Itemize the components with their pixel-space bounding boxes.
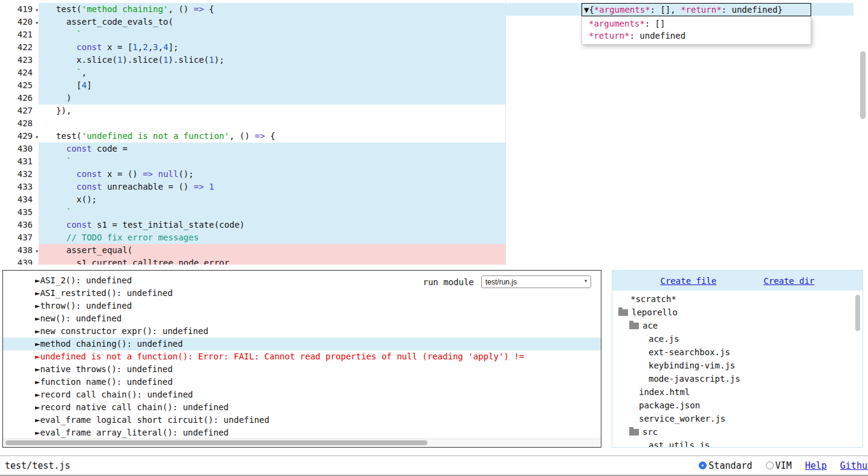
line-number: 430 [0,143,33,155]
tree-file-item[interactable]: ace.js [612,332,863,346]
create-file-button[interactable]: Create file [660,276,716,286]
code-line[interactable]: 423 x.slice(1).slice(1).slice(1); [0,54,868,66]
tree-folder-item[interactable]: ace [612,319,863,332]
tree-file-item[interactable]: package.json [612,399,863,412]
token: => [193,4,204,14]
token: 1 [209,182,214,191]
radio-vim[interactable] [766,462,774,469]
fold-marker-icon[interactable]: ▾ [33,4,40,16]
run-module-select[interactable]: test/run.js [481,275,591,288]
line-number: 437 [0,231,33,244]
token: test( [46,4,82,14]
test-result-item[interactable]: ►native throws(): undefined [3,363,601,376]
line-number: 426 [0,92,33,105]
results-horizontal-scrollbar-thumb[interactable] [5,440,427,445]
token: ▼{ [584,5,594,14]
code-line[interactable]: 431 ` [0,155,868,168]
results-horizontal-scrollbar[interactable] [3,439,601,447]
line-number: 421 [0,28,33,41]
token: code = [92,144,128,153]
code-line[interactable]: 430 const code = [0,143,868,155]
tree-file-item[interactable]: ast_utils.js [612,439,863,448]
code-line[interactable]: 428 [0,117,868,130]
tree-folder-item[interactable]: leporello [612,306,863,319]
file-name: src [643,425,658,439]
token: x(); [46,195,97,204]
test-result-item[interactable]: ►record native call chain(): undefined [3,401,601,414]
code-line[interactable]: 432 const x = () => null(); [0,168,868,181]
keybinding-option-standard[interactable]: Standard [699,460,752,471]
files-vertical-scrollbar[interactable] [855,292,861,447]
code-line[interactable]: 438▾ assert_equal( [0,244,868,257]
value-tooltip: ▼{*arguments*: [], *return*: undefined} … [581,3,811,45]
code-editor[interactable]: 419▾ test('method chaining', () => {420▾… [0,0,868,265]
code-line[interactable]: 434 x(); [0,193,868,206]
code-line[interactable]: 439 s1.current_calltree_node.error, [0,257,868,265]
test-result-item[interactable]: ►eval_frame logical short circuit(): und… [3,414,601,426]
tooltip-header[interactable]: ▼{*arguments*: [], *return*: undefined} [581,3,811,16]
token: 1 [209,55,214,65]
current-file-label: test/test.js [5,460,70,471]
test-results-panel: run module test/run.js ►ASI_2(): undefin… [2,270,601,448]
code-text: // TODO fix error messages [46,231,199,244]
code-text: assert_equal( [46,244,132,257]
line-number: 420 [0,16,33,28]
code-line[interactable]: 436 const s1 = test_initial_state(code) [0,219,868,231]
token: ]; [168,42,178,52]
token: , [82,68,86,77]
code-line[interactable]: 425 [4] [0,79,868,92]
code-line[interactable]: 435 ` [0,206,868,219]
line-number: 429 [0,130,33,143]
line-highlight [39,79,505,92]
code-line[interactable]: 429▾ test('undefined is not a function',… [0,130,868,143]
test-result-item[interactable]: ►ASI_restrited(): undefined [3,287,601,300]
tooltip-entry[interactable]: *arguments*: [] [589,18,804,30]
code-line[interactable]: 437 // TODO fix error messages [0,231,868,244]
file-name: service_worker.js [639,412,725,425]
test-result-item[interactable]: ►record call chain(): undefined [3,388,601,401]
tree-file-item[interactable]: keybinding-vim.js [612,359,863,372]
line-number: 427 [0,105,33,117]
test-result-item[interactable]: ►eval_frame array_literal(): undefined [3,426,601,439]
tree-file-item[interactable]: *scratch* [612,292,863,306]
code-text: ` [46,206,71,219]
editor-vertical-scrollbar[interactable] [860,0,866,265]
fold-marker-icon[interactable]: ▾ [33,16,40,29]
test-result-item[interactable]: ►new(): undefined [3,312,601,325]
radio-standard-selected[interactable] [699,462,707,469]
code-line[interactable]: 424 `, [0,66,868,79]
tree-file-item[interactable]: mode-javascript.js [612,372,863,385]
token: unreachable = () [102,182,194,191]
test-result-item[interactable]: ►method chaining(): undefined [3,338,601,350]
keybinding-option-vim[interactable]: VIM [766,460,792,471]
line-number: 419 [0,3,33,16]
test-result-item[interactable]: ►new constructor expr(): undefined [3,325,601,338]
tree-folder-item[interactable]: src [612,425,863,439]
code-text: }), [46,105,71,117]
test-result-item[interactable]: ►throw(): undefined [3,300,601,312]
line-number: 433 [0,181,33,193]
token: 'undefined is not a function' [82,131,229,141]
editor-vertical-scrollbar-thumb[interactable] [860,51,866,119]
fold-marker-icon[interactable]: ▾ [33,245,40,257]
token: ` [66,156,71,166]
token: x.slice( [46,55,117,65]
tree-file-item[interactable]: ext-searchbox.js [612,346,863,359]
tree-file-item[interactable]: service_worker.js [612,412,863,425]
tooltip-entry[interactable]: *return*: undefined [589,30,804,42]
code-line[interactable]: 426 ) [0,92,868,105]
line-highlight [39,155,505,168]
token: // TODO fix error messages [46,233,199,242]
code-line[interactable]: 433 const unreachable = () => 1 [0,181,868,193]
code-text: x(); [46,193,97,206]
fold-marker-icon[interactable]: ▾ [33,130,40,143]
create-dir-button[interactable]: Create dir [763,276,814,286]
tree-file-item[interactable]: index.html [612,385,863,399]
help-link[interactable]: Help [805,460,827,471]
code-text: const x = [1,2,3,4]; [46,41,178,54]
test-result-item[interactable]: ►undefined is not a function(): Error: F… [3,350,601,363]
files-vertical-scrollbar-thumb[interactable] [855,295,860,331]
github-link[interactable]: Github [840,460,868,471]
test-result-item[interactable]: ►function name(): undefined [3,376,601,388]
code-line[interactable]: 427 }), [0,105,868,117]
